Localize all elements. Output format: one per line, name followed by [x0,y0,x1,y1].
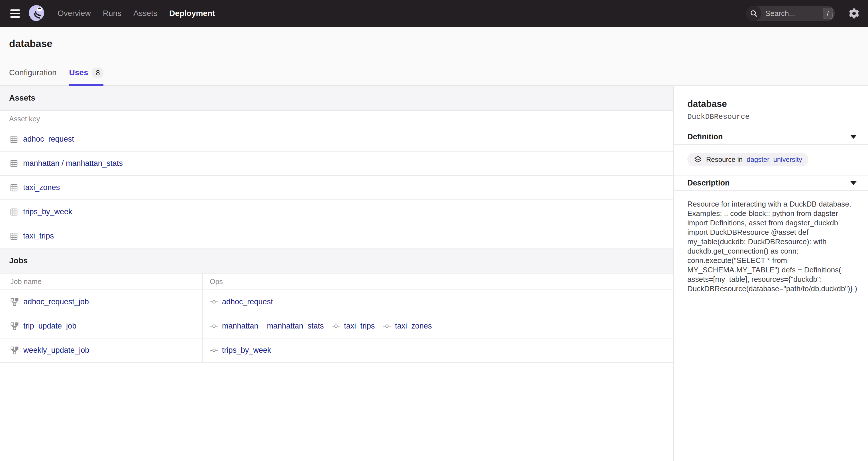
asset-key-link[interactable]: trips_by_week [23,208,72,216]
assets-section-header: Assets [0,86,673,111]
chevron-down-icon[interactable] [850,181,857,185]
op-entry: manhattan__manhattan_stats [210,322,324,331]
layers-icon [693,155,702,164]
job-row: adhoc_request_jobadhoc_request [0,290,673,314]
page-header: database Configuration Uses 8 [0,27,868,86]
tab-uses[interactable]: Uses 8 [69,67,104,85]
op-node-icon [210,348,218,352]
jobs-column-header-row: Job name Ops [0,274,673,290]
nav-item-deployment[interactable]: Deployment [169,9,215,18]
job-name-column-header: Job name [0,274,203,289]
ops-cell: adhoc_request [203,290,673,314]
ops-cell: trips_by_week [203,338,673,362]
asset-key-link[interactable]: taxi_trips [23,232,54,241]
table-icon [10,232,18,241]
description-label: Description [687,179,730,187]
job-link[interactable]: weekly_update_job [23,346,89,355]
op-link[interactable]: adhoc_request [222,298,273,306]
jobs-section-header: Jobs [0,248,673,274]
code-location-link[interactable]: dagster_university [747,156,802,163]
definition-section-body: Resource in dagster_university [674,145,868,175]
search-icon [746,6,762,21]
job-row: weekly_update_jobtrips_by_week [0,338,673,363]
tag-prefix: Resource in [706,156,743,163]
hamburger-menu-icon[interactable] [10,9,20,18]
code-location-tag: Resource in dagster_university [687,153,808,166]
table-icon [10,208,18,216]
panel-header: database DuckDBResource [674,86,868,129]
job-rows: adhoc_request_jobadhoc_requesttrip_updat… [0,290,673,363]
op-node-icon [383,324,391,328]
asset-key-column-header: Asset key [0,115,40,123]
resource-detail-panel: database DuckDBResource Definition Resou… [674,86,868,461]
op-link[interactable]: taxi_zones [395,322,432,331]
op-link[interactable]: manhattan__manhattan_stats [222,322,324,331]
table-icon [10,135,18,144]
assets-column-header-row: Asset key [0,111,673,127]
op-node-icon [210,324,218,328]
uses-tables: Assets Asset key adhoc_requestmanhattan … [0,86,674,461]
dagster-logo-icon[interactable] [27,4,45,23]
description-section-header: Description [674,175,868,191]
asset-key-link[interactable]: taxi_zones [23,183,60,192]
ops-column-header: Ops [203,274,673,289]
asset-row[interactable]: trips_by_week [0,200,673,224]
op-node-icon [210,300,218,304]
table-icon [10,183,18,192]
asset-row[interactable]: adhoc_request [0,127,673,152]
resource-type-name: DuckDBResource [687,113,858,121]
asset-row[interactable]: taxi_trips [0,224,673,248]
settings-gear-icon[interactable] [848,7,860,19]
asset-rows: adhoc_requestmanhattan / manhattan_stats… [0,127,673,248]
asset-key-link[interactable]: adhoc_request [23,135,74,144]
op-entry: taxi_zones [383,322,432,331]
job-link[interactable]: adhoc_request_job [23,298,89,306]
definition-label: Definition [687,132,723,141]
job-name-cell: adhoc_request_job [0,290,203,314]
nav-item-assets[interactable]: Assets [133,9,157,18]
asset-row[interactable]: manhattan / manhattan_stats [0,152,673,176]
job-link[interactable]: trip_update_job [23,322,76,331]
job-graph-icon [10,322,19,331]
op-entry: adhoc_request [210,298,273,306]
op-link[interactable]: taxi_trips [344,322,375,331]
page-title: database [9,38,53,50]
job-name-cell: trip_update_job [0,314,203,338]
tab-configuration[interactable]: Configuration [9,67,57,85]
nav-item-overview[interactable]: Overview [58,9,91,18]
job-row: trip_update_jobmanhattan__manhattan_stat… [0,314,673,338]
top-nav: Overview Runs Assets Deployment / [0,0,868,27]
nav-item-runs[interactable]: Runs [103,9,121,18]
dagster-app: Overview Runs Assets Deployment / databa… [0,0,868,461]
op-node-icon [332,324,340,328]
global-search[interactable]: / [746,6,835,21]
tab-uses-label: Uses [69,68,88,78]
table-icon [10,159,18,168]
search-input[interactable] [762,9,823,18]
job-name-cell: weekly_update_job [0,338,203,362]
content-area: Assets Asset key adhoc_requestmanhattan … [0,86,868,461]
op-entry: taxi_trips [332,322,375,331]
definition-section-header: Definition [674,129,868,145]
search-shortcut-key: / [823,8,833,19]
tab-uses-count-badge: 8 [92,67,104,78]
ops-cell: manhattan__manhattan_statstaxi_tripstaxi… [203,314,673,338]
nav-items: Overview Runs Assets Deployment [58,9,215,18]
job-graph-icon [10,346,19,355]
job-graph-icon [10,298,19,306]
asset-row[interactable]: taxi_zones [0,176,673,200]
chevron-down-icon[interactable] [850,135,857,139]
tab-configuration-label: Configuration [9,68,57,78]
op-link[interactable]: trips_by_week [222,346,271,355]
resource-description: Resource for interacting with a DuckDB d… [674,191,868,294]
asset-key-link[interactable]: manhattan / manhattan_stats [23,159,123,168]
tab-bar: Configuration Uses 8 [9,67,103,85]
op-entry: trips_by_week [210,346,271,355]
panel-title: database [687,98,858,109]
